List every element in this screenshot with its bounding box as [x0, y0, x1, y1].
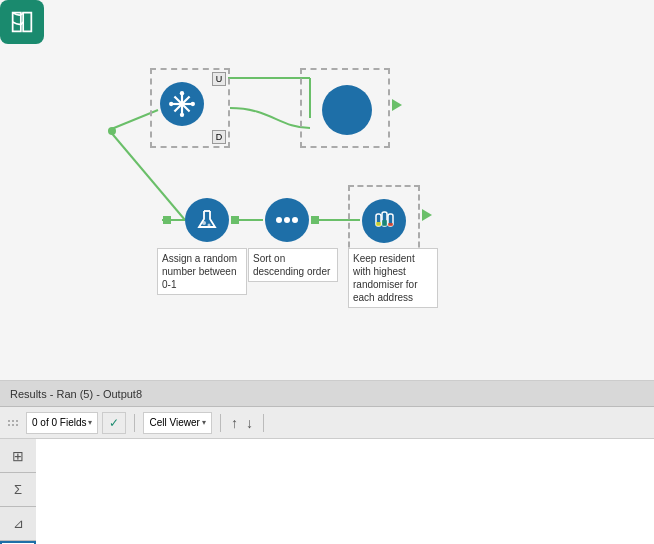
svg-point-18	[276, 217, 282, 223]
side-panel: ⊞ Σ ⊿ ▷	[0, 439, 36, 544]
fields-dropdown[interactable]: 0 of 0 Fields ▾	[26, 412, 98, 434]
table-view-btn[interactable]: ⊞	[0, 439, 36, 473]
keep-label: Keep resident with highest randomiser fo…	[348, 248, 438, 308]
svg-point-17	[208, 224, 211, 227]
separator-3	[263, 414, 264, 432]
svg-point-19	[284, 217, 290, 223]
flask-port-right	[231, 216, 239, 224]
angle-icon: ⊿	[13, 516, 24, 531]
book-port-right	[108, 127, 116, 135]
sort-label: Sort on descending order	[248, 248, 338, 282]
bottom-panel: Results - Ran (5) - Output8 0 of 0 Field…	[0, 380, 654, 544]
table-icon: ⊞	[12, 448, 24, 464]
dots-node[interactable]	[265, 198, 309, 242]
content-area	[36, 439, 654, 544]
cell-viewer-label: Cell Viewer	[149, 417, 199, 428]
separator-2	[220, 414, 221, 432]
svg-rect-25	[382, 220, 387, 226]
sort-desc-icon: ↓	[246, 415, 253, 431]
flask-port-left	[163, 216, 171, 224]
snowflake-container: U D	[150, 68, 230, 148]
flask-node[interactable]	[185, 198, 229, 242]
circle-container	[300, 68, 390, 148]
svg-rect-24	[376, 222, 381, 226]
checkmark-icon: ✓	[109, 416, 119, 430]
checkmark-button[interactable]: ✓	[102, 412, 126, 434]
svg-point-11	[180, 91, 184, 95]
sigma-btn[interactable]: Σ	[0, 473, 36, 507]
svg-point-16	[202, 221, 206, 225]
main-canvas: U D	[0, 0, 654, 380]
dots-port-right	[311, 216, 319, 224]
tubes-node[interactable]	[362, 199, 406, 243]
sort-desc-button[interactable]: ↓	[244, 413, 255, 433]
assign-label: Assign a random number between 0-1	[157, 248, 247, 295]
angle-btn[interactable]: ⊿	[0, 507, 36, 541]
svg-point-20	[292, 217, 298, 223]
svg-point-13	[169, 102, 173, 106]
drag-handle	[8, 420, 18, 426]
tubes-container	[348, 185, 420, 257]
svg-point-12	[180, 113, 184, 117]
cell-viewer-dropdown[interactable]: Cell Viewer ▾	[143, 412, 211, 434]
bottom-content: ⊞ Σ ⊿ ▷	[0, 439, 654, 544]
viewer-chevron-icon: ▾	[202, 418, 206, 427]
snowflake-node[interactable]	[160, 82, 204, 126]
fields-count: 0 of 0 Fields	[32, 417, 86, 428]
tubes-output-arrow	[422, 209, 432, 221]
results-title: Results - Ran (5) - Output8	[10, 388, 142, 400]
toolbar-row: 0 of 0 Fields ▾ ✓ Cell Viewer ▾ ↑ ↓	[0, 407, 654, 439]
results-header: Results - Ran (5) - Output8	[0, 381, 654, 407]
u-badge: U	[212, 72, 226, 86]
connections-svg	[0, 0, 654, 380]
circle-node[interactable]	[322, 85, 372, 135]
sigma-icon: Σ	[14, 482, 22, 497]
svg-point-14	[191, 102, 195, 106]
d-badge: D	[212, 130, 226, 144]
separator-1	[134, 414, 135, 432]
book-node[interactable]	[0, 0, 44, 44]
sort-asc-icon: ↑	[231, 415, 238, 431]
sort-asc-button[interactable]: ↑	[229, 413, 240, 433]
output-arrow	[392, 99, 402, 111]
svg-rect-26	[388, 223, 393, 226]
fields-chevron-icon: ▾	[88, 418, 92, 427]
